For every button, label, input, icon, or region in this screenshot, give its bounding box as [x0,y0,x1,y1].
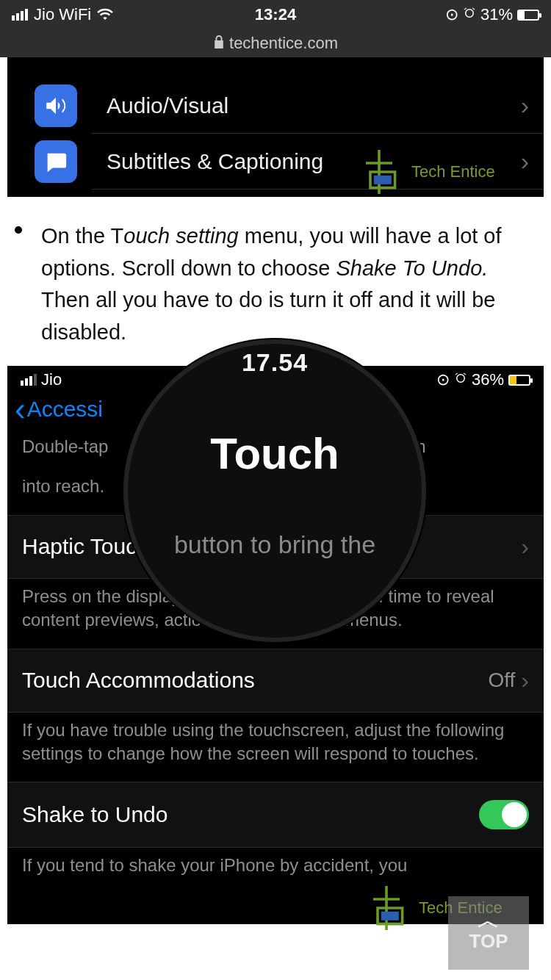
magnifier-title: Touch [210,428,339,479]
chevron-right-icon: › [521,147,529,176]
chevron-left-icon: ‹ [15,400,26,419]
battery-percent: 31% [480,5,513,24]
top-label: TOP [469,930,508,953]
accom-desc: If you have trouble using the touchscree… [7,713,544,782]
battery-icon [508,375,530,386]
chevron-right-icon: › [521,91,529,120]
status-right: ⊙ 31% [445,5,539,24]
magnifier-time: 17.54 [242,348,308,377]
signal-bars-icon [21,374,37,386]
back-label: Accessi [27,397,103,422]
padlock-icon [213,34,225,53]
watermark: Tech Entice [353,145,495,198]
magnifier-subtext: button to bring the [174,530,375,559]
signal-bars-icon [12,9,28,21]
row-shake-to-undo[interactable]: Shake to Undo [7,782,544,848]
text: Then all you have to do is turn it off a… [41,288,496,344]
text-em: Shake To Undo. [336,256,488,280]
subtitles-icon [35,140,77,183]
orientation-lock-icon: ⊙ [436,370,450,389]
carrier-label: Jio WiFi [34,5,91,24]
chevron-right-icon: › [521,533,529,561]
status-left: Jio WiFi [12,5,113,24]
chevron-up-icon: ︿ [478,914,500,927]
alarm-icon [454,370,467,389]
battery-percent: 36% [472,370,504,389]
chevron-right-icon: › [521,667,529,694]
url-host: techentice.com [229,34,338,53]
carrier-label: Jio [41,370,62,389]
url-bar[interactable]: techentice.com [0,29,551,57]
toggle-switch[interactable] [479,800,529,829]
watermark-text: Tech Entice [411,162,495,181]
row-label: Audio/Visual [107,93,228,118]
row-label: Shake to Undo [22,802,168,827]
row-value: Off [489,669,516,692]
alarm-icon [463,5,476,24]
text-em: ouch setting [123,224,238,248]
bullet-icon [15,226,22,234]
text: On the T [41,224,123,248]
row-label: Subtitles & Captioning [107,149,323,174]
clock: 13:24 [255,5,296,24]
row-label: Haptic Touch [22,534,149,559]
audio-visual-icon [35,84,77,127]
scroll-top-button[interactable]: ︿ TOP [448,896,529,970]
battery-icon [517,10,539,21]
row-label: Touch Accommodations [22,668,255,693]
magnifier-overlay: 17.54 Touch button to bring the [123,339,426,642]
wifi-icon [97,5,113,24]
row-audio-visual[interactable]: Audio/Visual › [92,78,544,134]
status-bar: Jio WiFi 13:24 ⊙ 31% [0,0,551,29]
orientation-lock-icon: ⊙ [445,5,458,24]
row-touch-accommodations[interactable]: Touch Accommodations Off › [7,649,544,713]
